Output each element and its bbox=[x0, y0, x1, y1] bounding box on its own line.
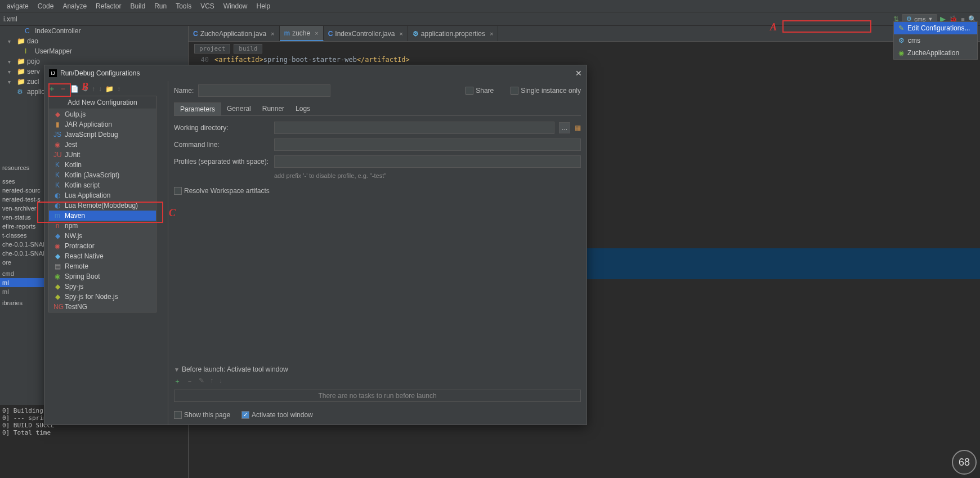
close-tab-icon[interactable]: × bbox=[312, 30, 318, 37]
single-instance-checkbox[interactable]: Single instance only bbox=[511, 87, 581, 95]
config-type-item[interactable]: ▮JAR Application bbox=[49, 119, 156, 129]
side-item[interactable]: t-classes bbox=[0, 231, 49, 240]
bl-edit-button[interactable]: ✎ bbox=[199, 377, 204, 386]
config-type-item[interactable]: KKotlin bbox=[49, 160, 156, 170]
menu-run[interactable]: Run bbox=[150, 2, 171, 10]
tab-logs[interactable]: Logs bbox=[290, 102, 316, 115]
side-item[interactable]: ml bbox=[0, 278, 49, 287]
intellij-icon: IJ bbox=[49, 69, 57, 77]
bc-project[interactable]: project bbox=[194, 44, 230, 53]
config-type-item[interactable]: ◉Protractor bbox=[49, 241, 156, 251]
inline-button[interactable]: ▦ bbox=[575, 124, 581, 132]
side-item[interactable]: ore bbox=[0, 258, 49, 267]
side-item[interactable]: ibraries bbox=[0, 298, 49, 307]
up-button[interactable]: ↑ bbox=[92, 85, 95, 93]
bc-build[interactable]: build bbox=[234, 44, 262, 53]
config-type-item[interactable]: NGTestNG bbox=[49, 302, 156, 312]
menu-navigate[interactable]: avigate bbox=[2, 2, 33, 10]
config-type-item[interactable]: ▤Remote bbox=[49, 261, 156, 271]
menu-code[interactable]: Code bbox=[33, 2, 59, 10]
menu-window[interactable]: Window bbox=[219, 2, 252, 10]
side-item[interactable]: che-0.0.1-SNAP bbox=[0, 240, 49, 249]
edit-configs-item[interactable]: ✎ Edit Configurations... bbox=[894, 22, 977, 34]
console-line: 0] Total time bbox=[2, 429, 186, 436]
before-launch-label: Before launch: Activate tool window bbox=[182, 365, 288, 373]
close-tab-icon[interactable]: × bbox=[269, 30, 274, 37]
config-type-item[interactable]: nnpm bbox=[49, 221, 156, 231]
main-menu-bar: avigate Code Analyze Refactor Build Run … bbox=[0, 0, 980, 12]
config-type-item[interactable]: KKotlin (JavaScript) bbox=[49, 170, 156, 180]
bl-add-button[interactable]: ＋ bbox=[174, 377, 181, 386]
menu-analyze[interactable]: Analyze bbox=[58, 2, 91, 10]
nav-bar: i.xml ⇅ ⚙ cms ▼ ▶ 🐞 ■ 🔍 bbox=[0, 12, 980, 26]
close-icon[interactable]: ✕ bbox=[575, 69, 582, 78]
copy-button[interactable]: 📄 bbox=[70, 85, 79, 93]
config-cms-item[interactable]: ⚙ cms bbox=[894, 34, 977, 47]
tree-item[interactable]: ▾📁dao bbox=[0, 36, 188, 46]
close-tab-icon[interactable]: × bbox=[487, 30, 493, 37]
folder-button[interactable]: 📁 bbox=[105, 85, 114, 93]
config-type-item[interactable]: ◉Jest bbox=[49, 140, 156, 150]
editor-tab[interactable]: CZucheApplication.java× bbox=[189, 26, 280, 41]
config-type-item[interactable]: mMaven bbox=[49, 211, 156, 221]
config-type-item[interactable]: ◐Lua Remote(Mobdebug) bbox=[49, 200, 156, 211]
profiles-input[interactable] bbox=[274, 155, 581, 168]
side-item[interactable]: ven-archiver bbox=[0, 204, 49, 213]
menu-refactor[interactable]: Refactor bbox=[91, 2, 126, 10]
tab-runner[interactable]: Runner bbox=[257, 102, 290, 115]
tree-item[interactable]: IUserMapper bbox=[0, 46, 188, 56]
side-item[interactable]: ml bbox=[0, 287, 49, 296]
browse-button[interactable]: ... bbox=[559, 122, 570, 133]
config-type-item[interactable]: ◉Spring Boot bbox=[49, 271, 156, 282]
collapse-icon[interactable]: ▼ bbox=[174, 367, 180, 373]
editor-tab[interactable]: ⚙application.properties× bbox=[408, 26, 499, 41]
close-tab-icon[interactable]: × bbox=[397, 30, 402, 37]
config-type-item[interactable]: JSJavaScript Debug bbox=[49, 129, 156, 140]
side-item[interactable]: sses bbox=[0, 177, 49, 186]
config-type-item[interactable]: ◆Spy-js for Node.js bbox=[49, 292, 156, 302]
config-type-item[interactable]: ◆React Native bbox=[49, 251, 156, 261]
menu-tools[interactable]: Tools bbox=[171, 2, 196, 10]
sort-button[interactable]: ↕ bbox=[117, 85, 120, 93]
dialog-title-text: Run/Debug Configurations bbox=[60, 69, 140, 77]
config-type-item[interactable]: ◐Lua Application bbox=[49, 190, 156, 200]
bl-remove-button[interactable]: － bbox=[186, 377, 193, 386]
config-zuche-item[interactable]: ◉ ZucheApplication bbox=[894, 47, 977, 59]
tree-item[interactable]: CIndexController bbox=[0, 26, 188, 36]
single-label: Single instance only bbox=[521, 87, 581, 95]
config-type-item[interactable]: JUJUnit bbox=[49, 150, 156, 160]
side-item[interactable]: ven-status bbox=[0, 213, 49, 222]
side-item[interactable]: cmd bbox=[0, 269, 49, 278]
config-type-item[interactable]: KKotlin script bbox=[49, 180, 156, 190]
menu-vcs[interactable]: VCS bbox=[196, 2, 219, 10]
tab-parameters[interactable]: Parameters bbox=[174, 102, 221, 115]
show-page-label: Show this page bbox=[184, 411, 230, 419]
side-item[interactable]: che-0.0.1-SNAP bbox=[0, 249, 49, 258]
config-type-item[interactable]: ◆NW.js bbox=[49, 231, 156, 241]
add-config-button[interactable]: ＋ bbox=[48, 84, 56, 94]
cmd-input[interactable] bbox=[274, 139, 581, 151]
show-page-checkbox[interactable]: Show this page bbox=[174, 411, 230, 419]
resolve-workspace-checkbox[interactable]: Resolve Workspace artifacts bbox=[174, 187, 581, 195]
down-button[interactable]: ↓ bbox=[99, 85, 102, 93]
side-item[interactable]: efire-reports bbox=[0, 222, 49, 231]
config-type-item[interactable]: ◆Gulp.js bbox=[49, 109, 156, 119]
side-item[interactable]: nerated-sourc bbox=[0, 186, 49, 195]
bl-down-button[interactable]: ↓ bbox=[219, 377, 222, 386]
tab-general[interactable]: General bbox=[221, 102, 257, 115]
name-input[interactable] bbox=[198, 84, 330, 97]
share-checkbox[interactable]: Share bbox=[466, 87, 494, 95]
working-dir-input[interactable] bbox=[274, 122, 554, 134]
editor-tab[interactable]: CIndexController.java× bbox=[324, 26, 408, 41]
notification-badge[interactable]: 68 bbox=[952, 450, 977, 475]
annotation-letter-b: B bbox=[82, 81, 88, 93]
config-type-item[interactable]: ◆Spy-js bbox=[49, 282, 156, 292]
bl-up-button[interactable]: ↑ bbox=[210, 377, 213, 386]
menu-build[interactable]: Build bbox=[126, 2, 150, 10]
menu-help[interactable]: Help bbox=[252, 2, 275, 10]
editor-tab[interactable]: mzuche× bbox=[280, 26, 324, 41]
side-item[interactable]: resources bbox=[0, 163, 49, 172]
side-item[interactable]: nerated-test-s bbox=[0, 195, 49, 204]
activate-tool-checkbox[interactable]: ✓Activate tool window bbox=[241, 411, 313, 419]
remove-config-button[interactable]: － bbox=[59, 84, 67, 94]
